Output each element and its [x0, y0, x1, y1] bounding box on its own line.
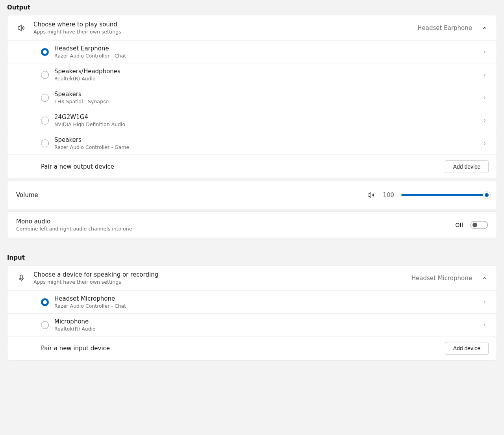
input-device-row[interactable]: Microphone Realtek(R) Audio [7, 313, 497, 336]
mono-state-label: Off [455, 222, 463, 228]
input-pair-label: Pair a new input device [41, 345, 439, 352]
output-device-row[interactable]: Speakers Razer Audio Controller - Game [7, 132, 497, 154]
output-header-value: Headset Earphone [417, 24, 472, 32]
output-device-list: Headset Earphone Razer Audio Controller … [7, 40, 497, 178]
volume-slider[interactable] [401, 191, 488, 199]
mono-audio-card: Mono audio Combine left and right audio … [7, 211, 497, 238]
radio-unselected[interactable] [41, 71, 49, 79]
output-header-title: Choose where to play sound [33, 21, 411, 28]
device-name: Speakers/Headphones [54, 68, 475, 75]
volume-card: Volume 100 [7, 181, 497, 209]
chevron-right-icon [481, 139, 489, 147]
device-driver: Realtek(R) Audio [54, 76, 475, 82]
radio-selected[interactable] [41, 48, 49, 56]
input-section-label: Input [7, 250, 497, 265]
speaker-icon [15, 23, 27, 33]
device-driver: Razer Audio Controller - Chat [54, 53, 475, 59]
radio-unselected[interactable] [41, 321, 49, 329]
mono-subtitle: Combine left and right audio channels in… [16, 226, 448, 232]
mono-title: Mono audio [16, 218, 448, 225]
chevron-up-icon [481, 274, 489, 282]
device-driver: Razer Audio Controller - Game [54, 144, 475, 150]
radio-unselected[interactable] [41, 139, 49, 147]
chevron-right-icon [481, 298, 489, 306]
svg-rect-0 [20, 275, 22, 279]
device-driver: Realtek(R) Audio [54, 326, 475, 332]
output-header-subtitle: Apps might have their own settings [33, 29, 411, 35]
volume-slider-thumb[interactable] [483, 191, 490, 199]
device-driver: THX Spatial - Synapse [54, 99, 475, 104]
input-card: Choose a device for speaking or recordin… [7, 265, 497, 361]
chevron-right-icon [481, 48, 489, 56]
chevron-right-icon [481, 321, 489, 329]
input-device-list: Headset Microphone Razer Audio Controlle… [7, 290, 497, 360]
volume-value: 100 [382, 191, 394, 199]
chevron-up-icon [481, 24, 489, 32]
device-name: 24G2W1G4 [54, 113, 475, 121]
radio-selected[interactable] [41, 298, 49, 306]
output-header-row[interactable]: Choose where to play sound Apps might ha… [7, 15, 497, 40]
chevron-right-icon [481, 117, 489, 125]
radio-unselected[interactable] [41, 94, 49, 102]
radio-unselected[interactable] [41, 117, 49, 125]
input-header-value: Headset Microphone [411, 275, 472, 282]
output-device-row[interactable]: Headset Earphone Razer Audio Controller … [7, 40, 497, 63]
device-name: Headset Microphone [54, 295, 475, 302]
device-driver: Razer Audio Controller - Chat [54, 303, 475, 309]
input-header-row[interactable]: Choose a device for speaking or recordin… [7, 266, 497, 290]
device-name: Speakers [54, 136, 475, 143]
chevron-right-icon [481, 71, 489, 79]
input-device-row[interactable]: Headset Microphone Razer Audio Controlle… [7, 290, 497, 313]
volume-label: Volume [16, 191, 359, 199]
input-header-title: Choose a device for speaking or recordin… [33, 271, 405, 278]
output-device-row[interactable]: 24G2W1G4 NVIDIA High Definition Audio [7, 109, 497, 132]
output-section-label: Output [7, 0, 497, 15]
device-driver: NVIDIA High Definition Audio [54, 121, 475, 127]
device-name: Headset Earphone [54, 45, 475, 52]
output-device-row[interactable]: Speakers THX Spatial - Synapse [7, 86, 497, 109]
input-pair-row: Pair a new input device Add device [7, 336, 497, 360]
microphone-icon [15, 274, 27, 283]
output-pair-row: Pair a new output device Add device [7, 154, 497, 178]
add-input-device-button[interactable]: Add device [445, 342, 489, 355]
output-device-row[interactable]: Speakers/Headphones Realtek(R) Audio [7, 63, 497, 86]
device-name: Speakers [54, 91, 475, 98]
mono-toggle[interactable] [471, 221, 488, 229]
speaker-icon[interactable] [367, 191, 375, 199]
add-output-device-button[interactable]: Add device [445, 160, 489, 173]
output-pair-label: Pair a new output device [41, 163, 439, 170]
chevron-right-icon [481, 94, 489, 102]
input-header-subtitle: Apps might have their own settings [33, 279, 405, 285]
device-name: Microphone [54, 318, 475, 325]
output-card: Choose where to play sound Apps might ha… [7, 15, 497, 179]
